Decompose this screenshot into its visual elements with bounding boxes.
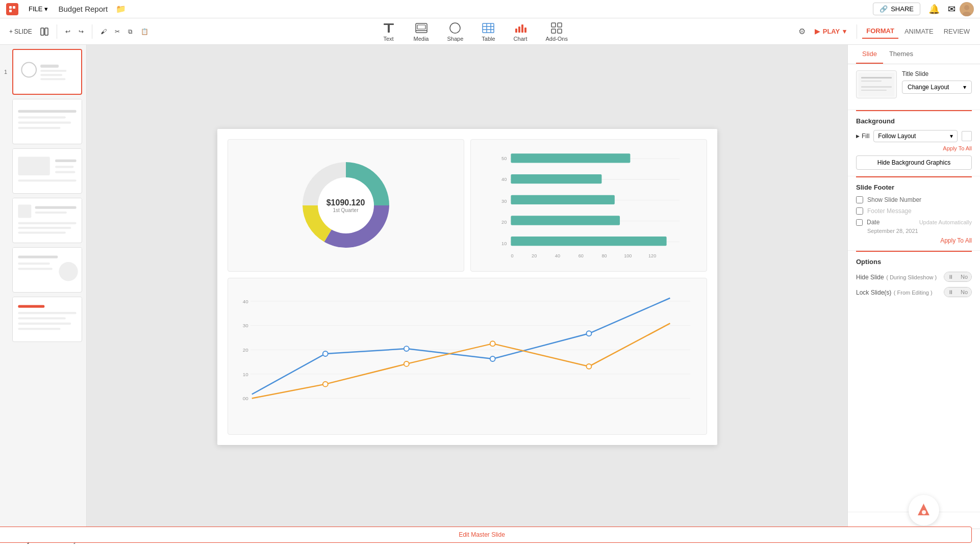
- addons-icon: [550, 21, 563, 35]
- pause-icon-2: ⏸: [944, 287, 957, 297]
- tab-animate[interactable]: ANIMATE: [900, 24, 938, 38]
- svg-text:40: 40: [242, 298, 248, 304]
- svg-point-29: [26, 66, 33, 73]
- top-bar: FILE ▾ Budget Report 📁 🔗 SHARE 🔔 ✉: [0, 0, 980, 18]
- svg-rect-48: [35, 212, 67, 214]
- svg-text:120: 120: [648, 253, 656, 258]
- addons-tool[interactable]: Add-Ons: [537, 18, 577, 45]
- bar-chart-svg: 50 40 30 20 10: [477, 146, 700, 265]
- shape-tool[interactable]: Shape: [438, 18, 472, 45]
- apply-to-all-link-2[interactable]: Apply To All: [856, 237, 972, 244]
- tab-format[interactable]: FORMAT: [862, 24, 898, 39]
- fill-row: ▶ Fill Follow Layout ▾: [856, 130, 972, 142]
- svg-rect-75: [511, 174, 601, 183]
- hide-background-button[interactable]: Hide Background Graphics: [856, 155, 972, 170]
- svg-rect-0: [9, 6, 12, 9]
- hide-slide-toggle[interactable]: ⏸ No: [944, 272, 972, 282]
- svg-text:30: 30: [242, 323, 248, 328]
- play-button[interactable]: ▶ PLAY ▾: [810, 24, 851, 38]
- toggle-no-label-2: No: [957, 287, 971, 297]
- panel-icon: [40, 28, 48, 36]
- update-auto-label: Update Automatically: [919, 219, 972, 225]
- apply-to-all-link-1[interactable]: Apply To All: [856, 145, 972, 151]
- svg-point-97: [404, 346, 409, 351]
- color-swatch[interactable]: [962, 131, 972, 141]
- play-label: PLAY: [823, 28, 840, 35]
- slide-thumbnail-2[interactable]: [4, 99, 82, 144]
- slide-label: SLIDE: [14, 28, 32, 35]
- svg-rect-36: [18, 116, 65, 118]
- svg-rect-106: [861, 77, 892, 78]
- media-tool[interactable]: Media: [405, 18, 438, 45]
- doc-title[interactable]: Budget Report: [58, 5, 108, 13]
- tab-review[interactable]: REVIEW: [940, 24, 974, 38]
- footer-message-checkbox[interactable]: [856, 207, 863, 215]
- toolbar-center: Text Media Shape Table Chart Add-Ons: [154, 18, 796, 45]
- svg-rect-23: [551, 23, 556, 27]
- settings-button[interactable]: ⚙: [798, 27, 806, 36]
- svg-rect-51: [18, 231, 65, 233]
- redo-button[interactable]: ↪: [76, 26, 87, 37]
- slide-thumbnail-6[interactable]: [4, 297, 82, 342]
- svg-rect-21: [521, 24, 523, 33]
- tab-themes[interactable]: Themes: [883, 45, 919, 64]
- toggle-no-label-1: No: [957, 272, 971, 281]
- paint-format-button[interactable]: 🖌: [97, 26, 110, 37]
- add-slide-button[interactable]: + SLIDE: [6, 26, 35, 37]
- show-slide-number-checkbox[interactable]: [856, 196, 863, 203]
- slide-thumbnail-4[interactable]: [4, 198, 82, 243]
- toolbar: + SLIDE ↩ ↪ 🖌 ✂ ⧉ 📋 Text Media Shape Tab…: [0, 18, 980, 45]
- chart-tool[interactable]: Chart: [505, 18, 537, 45]
- date-checkbox[interactable]: [856, 219, 863, 226]
- toolbar-left: + SLIDE ↩ ↪ 🖌 ✂ ⧉ 📋: [6, 24, 152, 39]
- notifications-button[interactable]: 🔔: [928, 4, 940, 15]
- scissors-button[interactable]: ✂: [112, 26, 123, 37]
- lock-slides-row: Lock Slide(s) ( From Editing ) ⏸ No: [856, 287, 972, 297]
- donut-amount: $1090.120: [326, 198, 365, 207]
- change-layout-button[interactable]: Change Layout ▾: [902, 81, 972, 94]
- fill-dropdown[interactable]: Follow Layout ▾: [873, 130, 958, 142]
- svg-rect-34: [13, 99, 82, 142]
- tab-slide[interactable]: Slide: [856, 45, 883, 64]
- text-tool[interactable]: Text: [373, 18, 405, 45]
- chevron-down-icon-2: ▾: [950, 133, 953, 140]
- svg-rect-25: [551, 29, 556, 33]
- svg-rect-49: [18, 222, 76, 224]
- share-button[interactable]: 🔗 SHARE: [873, 3, 920, 15]
- slide-thumbnail-5[interactable]: [4, 247, 82, 293]
- share-label: SHARE: [891, 5, 914, 13]
- svg-text:10: 10: [501, 241, 507, 246]
- line-chart-box[interactable]: 40 30 20 10 00: [228, 278, 707, 435]
- pause-icon: ⏸: [944, 272, 957, 281]
- svg-rect-50: [18, 227, 71, 229]
- svg-text:50: 50: [501, 156, 507, 161]
- addons-label: Add-Ons: [546, 36, 568, 42]
- layout-section: Title Slide Change Layout ▾: [848, 64, 980, 110]
- donut-chart-box[interactable]: $1090.120 1st Quarter: [228, 139, 464, 272]
- file-button[interactable]: FILE ▾: [24, 3, 52, 15]
- svg-text:40: 40: [555, 253, 560, 258]
- paste-button[interactable]: 📋: [138, 26, 152, 37]
- svg-rect-58: [18, 305, 44, 308]
- undo-button[interactable]: ↩: [62, 26, 73, 37]
- svg-rect-32: [40, 74, 62, 76]
- svg-rect-78: [511, 237, 666, 246]
- lock-slides-toggle[interactable]: ⏸ No: [944, 287, 972, 297]
- slide-panel-button[interactable]: [37, 25, 52, 38]
- table-tool[interactable]: Table: [472, 18, 504, 45]
- bar-chart-box[interactable]: 50 40 30 20 10: [470, 139, 707, 272]
- copy-button[interactable]: ⧉: [125, 26, 136, 37]
- edit-master-button[interactable]: Edit Master Slide: [847, 527, 972, 529]
- svg-rect-7: [45, 28, 48, 35]
- charts-top-row: $1090.120 1st Quarter 50 40 30 20: [228, 139, 707, 272]
- slide-canvas[interactable]: $1090.120 1st Quarter 50 40 30 20: [217, 129, 717, 445]
- fill-text: Fill: [862, 133, 869, 140]
- svg-text:100: 100: [624, 253, 632, 258]
- avatar[interactable]: [960, 2, 974, 16]
- hide-slide-sub: ( During Slideshow ): [886, 274, 937, 280]
- messages-button[interactable]: ✉: [948, 4, 956, 15]
- share-icon: 🔗: [880, 5, 888, 13]
- slide-thumbnail-3[interactable]: [4, 148, 82, 194]
- slide-thumbnail-1[interactable]: 1: [4, 49, 82, 95]
- lock-slides-sub: ( From Editing ): [894, 290, 933, 296]
